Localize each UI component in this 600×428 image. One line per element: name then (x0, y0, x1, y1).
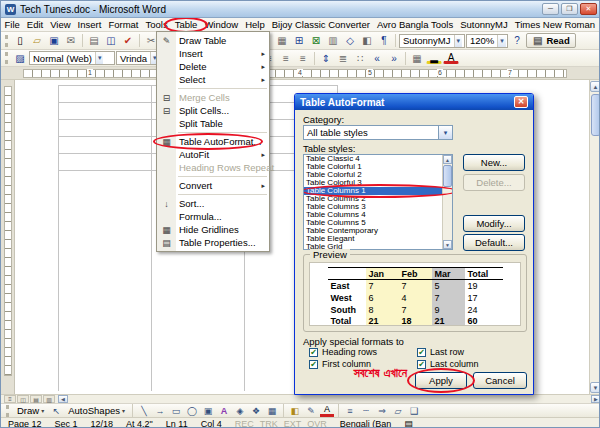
maximize-button[interactable]: ❐ (561, 3, 578, 15)
new-document-icon[interactable]: ▯ (12, 33, 28, 48)
toolbar-grip[interactable] (5, 35, 9, 47)
horizontal-ruler[interactable]: 1 2 3 4 5 6 7 (1, 67, 600, 80)
line-color-icon[interactable]: ✎ (304, 405, 318, 417)
menu-item-delete[interactable]: Delete ▸ (157, 60, 269, 73)
menu-avro-bangla-tools[interactable]: Avro Bangla Tools (373, 19, 456, 30)
menu-sutonnymj[interactable]: SutonnyMJ (457, 19, 512, 30)
normal-view-icon[interactable]: ≡ (4, 395, 16, 403)
menu-table[interactable]: Table (171, 19, 201, 30)
menu-item-sort[interactable]: ↓ Sort... (157, 197, 269, 210)
menu-insert[interactable]: Insert (74, 19, 105, 30)
checkbox-last-column[interactable]: ✔ Last column (417, 359, 479, 369)
spelling-icon[interactable]: ✔ (120, 33, 136, 48)
vertical-scrollbar[interactable]: ▲ ▼ (589, 80, 600, 394)
menu-tools[interactable]: Tools (142, 19, 171, 30)
diagram-icon[interactable]: ◈ (233, 405, 247, 417)
outline-view-icon[interactable]: ▥ (43, 395, 55, 403)
menu-edit[interactable]: Edit (23, 19, 46, 30)
web-layout-view-icon[interactable]: ◫ (17, 395, 29, 403)
cancel-button[interactable]: Cancel (473, 372, 527, 389)
decrease-indent-icon[interactable]: « (369, 51, 385, 66)
menu-item-split-cells[interactable]: ⊟ Split Cells... (157, 104, 269, 117)
3d-style-icon[interactable]: ❑ (407, 405, 421, 417)
menu-item-table-autoformat[interactable]: ▦ Table AutoFormat... (157, 135, 269, 148)
print-preview-icon[interactable]: ◫ (103, 33, 119, 48)
menu-window[interactable]: Window (201, 19, 242, 30)
default-button[interactable]: Default... (463, 234, 525, 251)
chevron-down-icon[interactable]: ▾ (95, 52, 104, 64)
menu-times-new-roman[interactable]: Times New Roman (511, 19, 598, 30)
align-right-icon[interactable]: ≡ (278, 51, 294, 66)
dash-style-icon[interactable]: ┄ (359, 405, 373, 417)
bullets-icon[interactable]: ∷ (352, 51, 368, 66)
menu-item-insert[interactable]: Insert ▸ (157, 47, 269, 60)
vertical-scroll-thumb[interactable] (591, 94, 600, 136)
columns-icon[interactable]: ▥ (325, 33, 341, 48)
mail-icon[interactable]: ✉ (63, 33, 79, 48)
font-color-icon[interactable]: A (443, 52, 459, 64)
wordart-icon[interactable]: A (217, 405, 231, 417)
minimize-button[interactable]: ─ (542, 3, 559, 15)
shadow-style-icon[interactable]: ▱ (391, 405, 405, 417)
print-icon[interactable]: ▤ (86, 33, 102, 48)
highlight-icon[interactable]: ▂ (426, 52, 442, 64)
insert-picture-icon[interactable]: ▦ (265, 405, 279, 417)
checkbox-heading-rows[interactable]: ✔ Heading rows (309, 347, 377, 357)
modify-button[interactable]: Modify... (463, 215, 525, 232)
vertical-ruler[interactable] (1, 80, 15, 394)
arrow-shape-icon[interactable]: → (153, 405, 167, 417)
line-shape-icon[interactable]: ╲ (137, 405, 151, 417)
print-layout-view-icon[interactable]: ▤ (30, 395, 42, 403)
status-trk[interactable]: TRK (260, 419, 278, 428)
drawing-icon[interactable]: ◇ (342, 33, 358, 48)
help-icon[interactable]: ? (509, 33, 525, 48)
menu-view[interactable]: View (47, 19, 74, 30)
tables-borders-icon[interactable]: ▦ (274, 33, 290, 48)
dialog-close-icon[interactable]: ✕ (514, 96, 528, 108)
menu-item-convert[interactable]: Convert ▸ (157, 179, 269, 192)
menu-item-split-table[interactable]: Split Table (157, 117, 269, 130)
chevron-down-icon[interactable]: ▾ (497, 35, 506, 47)
scroll-right-icon[interactable]: ▶ (591, 395, 600, 403)
menu-item-hide-gridlines[interactable]: ▦ Hide Gridlines (157, 223, 269, 236)
scroll-up-icon[interactable]: ▲ (443, 155, 452, 164)
font-color-icon[interactable]: A (320, 405, 334, 417)
style-combo[interactable]: Normal (Web) ▾ (29, 51, 115, 65)
toolbar-grip[interactable] (6, 405, 10, 417)
menu-item-draw-table[interactable]: ✎ Draw Table (157, 34, 269, 47)
chevron-down-icon[interactable]: ▾ (438, 126, 452, 139)
read-button[interactable]: ▤ Read (526, 33, 576, 48)
justify-icon[interactable]: ≡ (295, 51, 311, 66)
menu-item-formula[interactable]: Formula... (157, 210, 269, 223)
zoom-combo[interactable]: 120% ▾ (466, 34, 508, 48)
line-spacing-icon[interactable]: ⇕ (318, 51, 334, 66)
fill-color-icon[interactable]: ◧ (288, 405, 302, 417)
table-styles-listbox[interactable]: Table Classic 4 Table Colorful 1 Table C… (303, 154, 453, 250)
insert-table-icon[interactable]: ⊞ (291, 33, 307, 48)
spellcheck-status-icon[interactable]: ▤ (404, 419, 413, 428)
chevron-down-icon[interactable]: ▾ (454, 35, 463, 47)
increase-indent-icon[interactable]: » (386, 51, 402, 66)
scroll-down-icon[interactable]: ▼ (590, 382, 600, 393)
dialog-title-bar[interactable]: Table AutoFormat ✕ (295, 94, 533, 110)
numbering-icon[interactable]: ≣ (335, 51, 351, 66)
oval-shape-icon[interactable]: ◯ (185, 405, 199, 417)
open-icon[interactable]: ▱ (29, 33, 45, 48)
menu-help[interactable]: Help (242, 19, 269, 30)
status-rec[interactable]: REC (235, 419, 254, 428)
complex-script-font-combo[interactable]: SutonnyMJ ▾ (399, 34, 465, 48)
autoshapes-menu-button[interactable]: AutoShapes ▾ (65, 405, 128, 417)
menu-file[interactable]: File (1, 19, 23, 30)
toolbar-grip[interactable] (5, 52, 9, 64)
new-button[interactable]: New... (463, 154, 525, 171)
styles-formatting-icon[interactable]: ▨ (12, 51, 28, 66)
select-objects-icon[interactable]: ↖ (49, 405, 63, 417)
menu-item-autofit[interactable]: AutoFit ▸ (157, 148, 269, 161)
status-ext[interactable]: EXT (284, 419, 302, 428)
status-language[interactable]: Bengali (Ban (340, 419, 392, 428)
arrow-style-icon[interactable]: ⇒ (375, 405, 389, 417)
save-icon[interactable]: ▣ (46, 33, 62, 48)
clip-art-icon[interactable]: ❖ (249, 405, 263, 417)
menu-format[interactable]: Format (105, 19, 142, 30)
menu-bijoy-classic-converter[interactable]: Bijoy Classic Converter (268, 19, 373, 30)
